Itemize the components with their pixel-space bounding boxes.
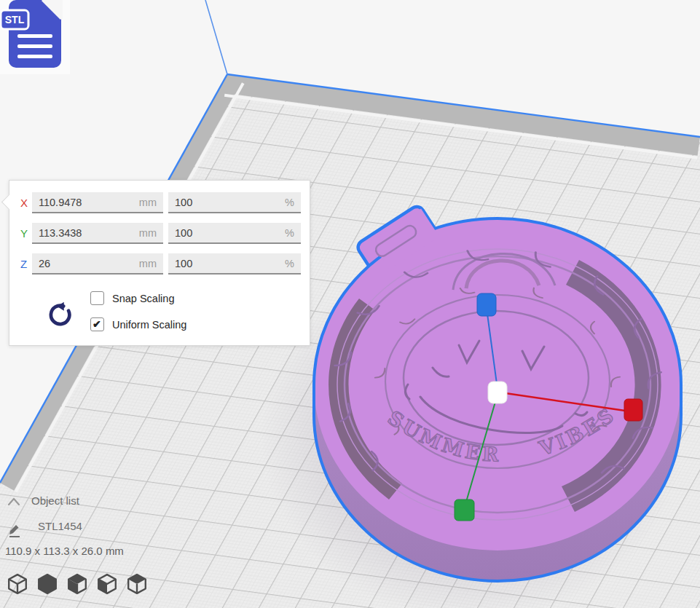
- object-list-item[interactable]: STL1454: [38, 520, 82, 532]
- chevron-up-icon[interactable]: [7, 497, 20, 506]
- z-size-value: 26: [39, 258, 50, 269]
- view-top-button[interactable]: [67, 573, 87, 595]
- view-front-button[interactable]: [37, 573, 58, 595]
- z-scale-handle[interactable]: [477, 293, 496, 316]
- stl-badge-label: STL: [5, 14, 25, 25]
- x-percent-unit: %: [285, 197, 294, 208]
- camera-view-toolbar: [7, 573, 147, 595]
- x-percent-input[interactable]: 100 %: [168, 192, 301, 213]
- y-scale-handle[interactable]: [455, 500, 474, 521]
- cura-3d-viewport: SUMMERVIBES STL: [0, 0, 700, 608]
- z-percent-value: 100: [175, 258, 192, 269]
- z-size-unit: mm: [139, 258, 157, 269]
- y-size-input[interactable]: 113.3438 mm: [32, 223, 163, 244]
- view-left-button[interactable]: [97, 573, 117, 595]
- stl-file-icon: STL: [0, 0, 70, 74]
- reset-scale-button[interactable]: [46, 301, 72, 328]
- y-percent-unit: %: [285, 227, 294, 239]
- z-percent-input[interactable]: 100 %: [168, 253, 301, 275]
- uniform-scaling-label: Uniform Scaling: [112, 319, 186, 331]
- checkmark-icon: ✔: [93, 318, 101, 330]
- x-percent-value: 100: [175, 197, 192, 208]
- pencil-icon: [8, 521, 22, 537]
- view-3d-button[interactable]: [7, 573, 28, 595]
- z-size-input[interactable]: 26 mm: [32, 253, 163, 275]
- uniform-scaling-checkbox[interactable]: ✔: [90, 317, 104, 331]
- y-size-unit: mm: [139, 227, 157, 239]
- model-dimensions-readout: 110.9 x 113.3 x 26.0 mm: [5, 545, 124, 557]
- x-size-input[interactable]: 110.9478 mm: [32, 192, 163, 213]
- object-list-header[interactable]: Object list: [31, 494, 79, 507]
- y-size-value: 113.3438: [39, 227, 82, 239]
- x-size-unit: mm: [139, 197, 157, 208]
- z-percent-unit: %: [285, 258, 294, 269]
- view-right-button[interactable]: [127, 573, 147, 595]
- build-volume-vertical-edge: [205, 0, 227, 74]
- y-percent-value: 100: [175, 227, 192, 239]
- x-scale-handle[interactable]: [624, 399, 642, 421]
- scale-tool-panel: X 110.9478 mm 100 % Y 113.3438 mm 100 % …: [9, 180, 310, 346]
- snap-scaling-label: Snap Scaling: [112, 293, 174, 304]
- x-size-value: 110.9478: [39, 197, 82, 208]
- y-percent-input[interactable]: 100 %: [168, 223, 301, 244]
- snap-scaling-checkbox[interactable]: [90, 291, 104, 305]
- center-scale-handle[interactable]: [488, 382, 507, 403]
